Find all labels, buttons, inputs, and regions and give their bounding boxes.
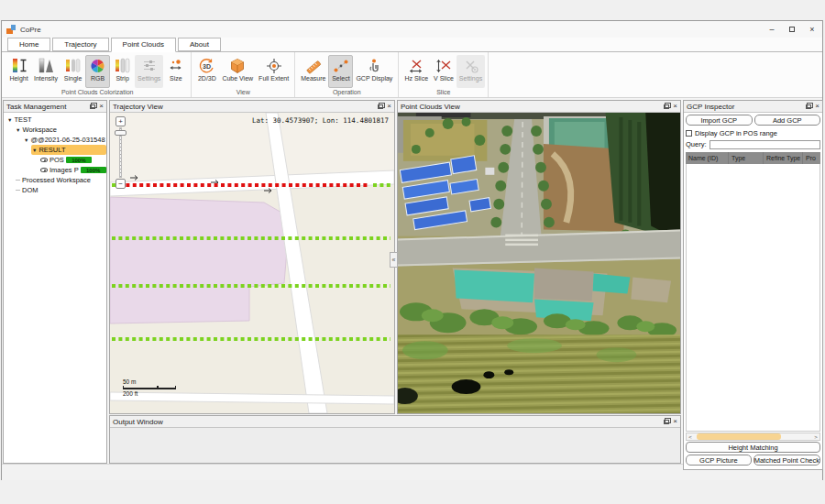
ribbon-button-2d-3d[interactable]: 3D2D/3D xyxy=(194,55,219,88)
tree-connector xyxy=(16,180,20,181)
gcp-column-header-name-id[interactable]: Name (ID) xyxy=(686,152,729,164)
tree-item-label: TEST xyxy=(14,115,31,124)
hz-slice-icon xyxy=(408,57,424,74)
ribbon-button-label: V Slice xyxy=(434,75,454,82)
tree-item-band: ▼RESULT xyxy=(31,145,106,155)
tree-item-band: ▼TEST xyxy=(6,115,106,125)
ribbon-button-v-slice[interactable]: V Slice xyxy=(431,55,456,88)
height-matching-button[interactable]: Height Matching xyxy=(686,442,820,453)
tree-item-pos[interactable]: POS100% xyxy=(4,155,106,165)
gcp-column-header-type[interactable]: Type xyxy=(729,152,764,164)
output-window-panel: Output Window × xyxy=(109,415,681,464)
ribbon-button-size[interactable]: Size xyxy=(163,55,188,88)
ribbon-button-cube-view[interactable]: Cube View xyxy=(219,55,256,88)
import-gcp-button[interactable]: Import GCP xyxy=(686,115,753,126)
ribbon-group-label: Point Clouds Colorization xyxy=(6,88,188,97)
gcp-horizontal-scrollbar[interactable]: < > xyxy=(686,433,820,441)
scrollbar-track[interactable] xyxy=(694,433,812,440)
task-tree[interactable]: ▼TEST▼Workspace▼@@2021-06-25-031548▼RESU… xyxy=(4,113,106,463)
map-scale-bar: 50 m 200 ft xyxy=(123,378,176,397)
ribbon-button-label: Strip xyxy=(116,75,128,82)
close-panel-icon[interactable]: × xyxy=(387,103,391,110)
gcp-table-body[interactable] xyxy=(686,164,820,432)
tree-item-2021-06-25-031548[interactable]: ▼@@2021-06-25-031548 xyxy=(4,135,106,145)
tab-point-clouds[interactable]: Point Clouds xyxy=(111,38,176,52)
scroll-left-icon[interactable]: < xyxy=(687,434,694,440)
task-management-panel: Task Management × ▼TEST▼Workspace▼@@2021… xyxy=(3,100,107,464)
tab-home[interactable]: Home xyxy=(7,38,50,51)
panel-title: Output Window xyxy=(113,418,163,426)
scale-metric-label: 50 m xyxy=(123,378,176,385)
zoom-in-button[interactable]: + xyxy=(116,116,126,126)
display-gcp-checkbox[interactable] xyxy=(686,130,692,137)
float-panel-icon[interactable] xyxy=(378,104,383,109)
scrollbar-thumb[interactable] xyxy=(697,433,782,440)
tree-item-dom[interactable]: DOM xyxy=(4,185,106,195)
zoom-out-button[interactable]: − xyxy=(116,179,126,189)
point-clouds-view-panel: Point Clouds View × xyxy=(397,100,681,414)
ribbon-button-label: RGB xyxy=(91,75,104,82)
expander-icon[interactable]: ▼ xyxy=(16,127,20,133)
tree-item-result[interactable]: ▼RESULT xyxy=(4,145,106,155)
gcp-inspector-body: Import GCP Add GCP Display GCP in POS ra… xyxy=(684,113,822,469)
scroll-right-icon[interactable]: > xyxy=(812,434,820,440)
tree-item-images-p[interactable]: Images P100% xyxy=(4,165,106,175)
ribbon-button-label: Height xyxy=(9,75,28,82)
ribbon-button-gcp-display[interactable]: GCP Display xyxy=(353,55,395,88)
panel-titlebar: Point Clouds View × xyxy=(398,101,680,113)
progress-value: 100% xyxy=(72,158,85,163)
ribbon-button-label: Cube View xyxy=(222,75,253,82)
expander-icon[interactable]: ▼ xyxy=(32,148,37,153)
eye-visibility-icon[interactable] xyxy=(40,158,48,162)
tree-item-processed-workspace[interactable]: Processed Workspace xyxy=(4,175,106,185)
query-input[interactable] xyxy=(710,140,820,149)
float-panel-icon[interactable] xyxy=(90,104,95,109)
point-cloud-viewport[interactable] xyxy=(398,113,680,413)
add-gcp-button[interactable]: Add GCP xyxy=(754,115,821,126)
height-colorbar-icon xyxy=(11,57,28,74)
point-size-icon xyxy=(167,57,184,74)
collapse-panel-button[interactable]: « xyxy=(390,252,398,268)
close-panel-icon[interactable]: × xyxy=(673,103,677,110)
matched-point-check-button[interactable]: Matched Point Check xyxy=(754,455,820,466)
eye-visibility-icon[interactable] xyxy=(40,168,48,172)
gcp-display-icon xyxy=(366,57,382,74)
close-panel-icon[interactable]: × xyxy=(673,418,677,425)
gcp-picture-button[interactable]: GCP Picture xyxy=(686,455,752,466)
gcp-column-header-refine-type[interactable]: Refine Type xyxy=(764,152,803,164)
ribbon-button-single[interactable]: Single xyxy=(60,55,85,88)
gcp-column-header-pro[interactable]: Pro xyxy=(803,152,820,164)
single-color-icon xyxy=(65,57,82,74)
tab-about[interactable]: About xyxy=(178,38,221,51)
ribbon-button-rgb[interactable]: RGB xyxy=(85,55,110,88)
close-panel-icon[interactable]: × xyxy=(815,103,820,110)
tree-item-label: DOM xyxy=(22,186,38,194)
float-panel-icon[interactable] xyxy=(664,104,669,109)
ribbon-button-strip[interactable]: Strip xyxy=(110,55,135,88)
minimize-button[interactable]: – xyxy=(762,22,782,37)
ribbon-button-measure[interactable]: Measure xyxy=(298,55,328,88)
scale-imperial-label: 200 ft xyxy=(123,390,176,397)
close-button[interactable]: × xyxy=(802,22,822,37)
float-panel-icon[interactable] xyxy=(806,104,811,109)
tree-item-workspace[interactable]: ▼Workspace xyxy=(4,125,106,135)
tab-trajectory[interactable]: Trajectory xyxy=(52,38,108,51)
ribbon-button-intensity[interactable]: Intensity xyxy=(31,55,60,88)
close-panel-icon[interactable]: × xyxy=(99,103,104,110)
tree-item-test[interactable]: ▼TEST xyxy=(4,115,106,125)
restore-button[interactable] xyxy=(782,22,802,37)
expander-icon[interactable]: ▼ xyxy=(24,137,28,143)
zoom-slider-handle[interactable] xyxy=(115,130,126,136)
ribbon-button-select[interactable]: Select xyxy=(328,55,353,88)
panel-title: Point Clouds View xyxy=(401,103,460,111)
settings-sliders-icon xyxy=(141,57,158,74)
lat-lon-readout: Lat: 30.4573907; Lon: 114.4801817 xyxy=(252,116,389,125)
ribbon-button-height[interactable]: Height xyxy=(6,55,31,88)
output-log-area[interactable] xyxy=(110,428,680,463)
expander-icon[interactable]: ▼ xyxy=(7,117,12,123)
ribbon-button-hz-slice[interactable]: Hz Slice xyxy=(402,55,431,88)
trajectory-map[interactable]: Lat: 30.4573907; Lon: 114.4801817 + − 50… xyxy=(110,113,394,413)
float-panel-icon[interactable] xyxy=(664,420,669,424)
progress-bar: 100% xyxy=(66,157,92,163)
ribbon-button-full-extent[interactable]: Full Extent xyxy=(256,55,292,88)
